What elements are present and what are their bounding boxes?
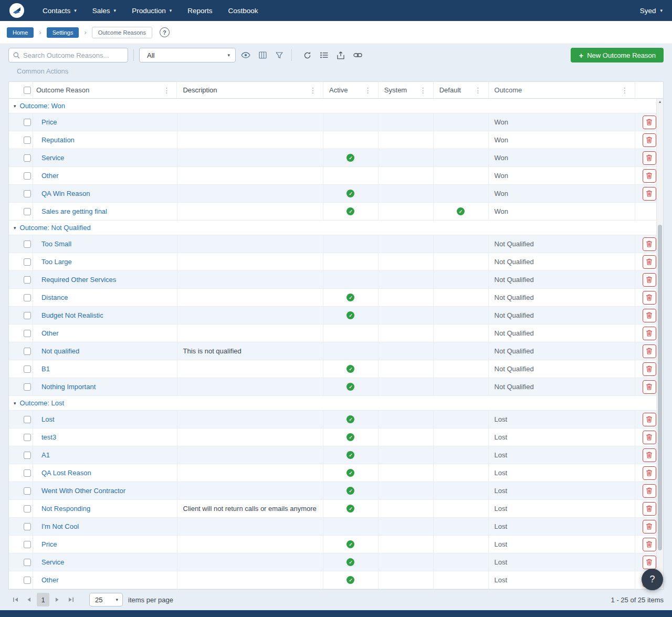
outcome-reason-link[interactable]: A1 — [41, 451, 50, 459]
row-checkbox[interactable] — [24, 365, 31, 373]
row-checkbox[interactable] — [24, 348, 31, 355]
row-checkbox[interactable] — [24, 154, 31, 162]
refresh-button[interactable] — [300, 48, 314, 62]
delete-button[interactable] — [643, 413, 656, 426]
page-size-dropdown[interactable]: 25 ▾ — [89, 593, 123, 606]
outcome-reason-link[interactable]: Too Small — [41, 240, 71, 248]
delete-button[interactable] — [643, 291, 656, 305]
delete-button[interactable] — [643, 448, 656, 462]
app-logo[interactable] — [9, 3, 24, 18]
outcome-reason-link[interactable]: Other — [41, 329, 59, 337]
nav-item-sales[interactable]: Sales ▾ — [85, 0, 124, 21]
outcome-reason-link[interactable]: Service — [41, 154, 64, 162]
delete-button[interactable] — [643, 344, 656, 358]
filter-dropdown[interactable]: All ▾ — [139, 48, 236, 62]
column-menu-icon[interactable]: ⋮ — [419, 86, 427, 95]
outcome-reason-link[interactable]: Other — [41, 576, 59, 584]
column-menu-icon[interactable]: ⋮ — [364, 86, 372, 95]
delete-button[interactable] — [643, 502, 656, 516]
delete-button[interactable] — [643, 520, 656, 534]
delete-button[interactable] — [643, 133, 656, 147]
scroll-up-icon[interactable]: ▲ — [657, 99, 663, 105]
filter-button[interactable] — [272, 48, 286, 62]
delete-button[interactable] — [643, 556, 656, 569]
nav-item-reports[interactable]: Reports — [180, 0, 220, 21]
outcome-reason-link[interactable]: Other — [41, 172, 59, 180]
delete-button[interactable] — [643, 273, 656, 287]
outcome-reason-link[interactable]: Service — [41, 558, 64, 566]
row-checkbox[interactable] — [24, 172, 31, 180]
outcome-reason-link[interactable]: Not qualified — [41, 347, 79, 355]
collapse-icon[interactable]: ▾ — [14, 401, 16, 406]
collapse-icon[interactable]: ▾ — [14, 225, 16, 231]
row-checkbox[interactable] — [24, 119, 31, 126]
outcome-reason-link[interactable]: Reputation — [41, 136, 75, 144]
row-checkbox[interactable] — [24, 469, 31, 477]
outcome-reason-link[interactable]: QA Lost Reason — [41, 469, 91, 477]
search-input[interactable] — [23, 51, 123, 59]
row-checkbox[interactable] — [24, 312, 31, 319]
row-checkbox[interactable] — [24, 276, 31, 284]
delete-button[interactable] — [643, 151, 656, 165]
delete-button[interactable] — [643, 169, 656, 183]
delete-button[interactable] — [643, 538, 656, 551]
row-checkbox[interactable] — [24, 240, 31, 248]
row-checkbox[interactable] — [24, 541, 31, 548]
list-view-button[interactable] — [317, 48, 331, 62]
outcome-reason-link[interactable]: I'm Not Cool — [41, 522, 79, 530]
outcome-reason-link[interactable]: Budget Not Realistic — [41, 311, 103, 319]
row-checkbox[interactable] — [24, 383, 31, 391]
column-menu-icon[interactable]: ⋮ — [309, 86, 317, 95]
delete-button[interactable] — [643, 431, 656, 444]
outcome-reason-link[interactable]: test3 — [41, 433, 56, 441]
help-icon[interactable]: ? — [160, 27, 170, 37]
row-checkbox[interactable] — [24, 208, 31, 215]
delete-button[interactable] — [643, 380, 656, 394]
outcome-reason-link[interactable]: Not Responding — [41, 505, 90, 513]
breadcrumb-home[interactable]: Home — [7, 27, 34, 38]
breadcrumb-settings[interactable]: Settings — [47, 27, 79, 38]
row-checkbox[interactable] — [24, 559, 31, 566]
outcome-reason-link[interactable]: Price — [41, 540, 57, 548]
group-header-row[interactable]: ▾ Outcome: Won — [9, 99, 663, 113]
row-checkbox[interactable] — [24, 294, 31, 301]
delete-button[interactable] — [643, 255, 656, 269]
outcome-reason-link[interactable]: Too Large — [41, 258, 72, 266]
column-menu-icon[interactable]: ⋮ — [474, 86, 482, 95]
row-checkbox[interactable] — [24, 505, 31, 513]
nav-item-costbook[interactable]: Costbook — [220, 0, 266, 21]
row-checkbox[interactable] — [24, 577, 31, 584]
outcome-reason-link[interactable]: QA Win Reason — [41, 190, 90, 197]
row-checkbox[interactable] — [24, 258, 31, 266]
row-checkbox[interactable] — [24, 190, 31, 197]
last-page-button[interactable] — [64, 593, 78, 606]
delete-button[interactable] — [643, 362, 656, 376]
outcome-reason-link[interactable]: B1 — [41, 365, 50, 373]
row-checkbox[interactable] — [24, 452, 31, 459]
outcome-reason-link[interactable]: Went With Other Contractor — [41, 487, 125, 495]
user-menu[interactable]: Syed ▾ — [640, 7, 663, 15]
previous-page-button[interactable] — [22, 593, 36, 606]
row-checkbox[interactable] — [24, 434, 31, 441]
row-checkbox[interactable] — [24, 330, 31, 337]
nav-item-production[interactable]: Production ▾ — [124, 0, 180, 21]
row-checkbox[interactable] — [24, 487, 31, 495]
delete-button[interactable] — [643, 327, 656, 340]
group-header-row[interactable]: ▾ Outcome: Not Qualified — [9, 221, 663, 235]
link-button[interactable] — [351, 48, 364, 62]
collapse-icon[interactable]: ▾ — [14, 103, 16, 109]
delete-button[interactable] — [643, 466, 656, 480]
delete-button[interactable] — [643, 187, 656, 201]
visibility-button[interactable] — [239, 48, 253, 62]
delete-button[interactable] — [643, 116, 656, 129]
delete-button[interactable] — [643, 237, 656, 251]
outcome-reason-link[interactable]: Lost — [41, 415, 55, 423]
outcome-reason-link[interactable]: Sales are getting final — [41, 207, 107, 215]
first-page-button[interactable] — [8, 593, 22, 606]
row-checkbox[interactable] — [24, 523, 31, 530]
current-page-button[interactable]: 1 — [37, 593, 49, 606]
vertical-scrollbar[interactable]: ▲ ▼ — [656, 99, 663, 589]
common-actions-link[interactable]: Common Actions — [17, 67, 664, 78]
column-menu-icon[interactable]: ⋮ — [621, 86, 629, 95]
delete-button[interactable] — [643, 484, 656, 498]
